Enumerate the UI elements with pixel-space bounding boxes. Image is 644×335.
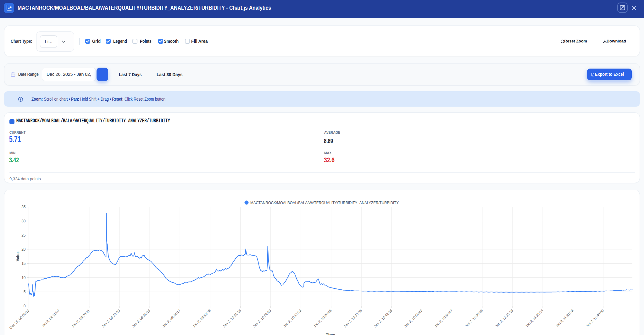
svg-text:10: 10 [21, 276, 26, 280]
svg-text:Jan 2, 10:58:47: Jan 2, 10:58:47 [434, 309, 453, 328]
svg-text:Jan 2, 11:23:34: Jan 2, 11:23:34 [525, 309, 544, 328]
svg-text:25: 25 [21, 233, 26, 237]
svg-text:Value: Value [16, 251, 20, 261]
svg-text:Jan 2, 10:33:55: Jan 2, 10:33:55 [343, 309, 363, 328]
svg-text:Jan 2, 10:17:23: Jan 2, 10:17:23 [283, 309, 302, 328]
svg-text:5: 5 [24, 290, 26, 294]
svg-text:Jan 2, 11:06:46: Jan 2, 11:06:46 [464, 309, 484, 328]
svg-text:Time: Time [326, 332, 335, 335]
svg-text:Jan 2, 09:11:57: Jan 2, 09:11:57 [41, 309, 60, 328]
svg-text:Jan 2, 10:42:18: Jan 2, 10:42:18 [373, 309, 393, 328]
svg-text:20: 20 [21, 247, 26, 252]
svg-text:Jan 2, 09:52:38: Jan 2, 09:52:38 [192, 309, 211, 328]
svg-text:MACTANROCK/MOALBOAL/BALA/WATER: MACTANROCK/MOALBOAL/BALA/WATERQUALITY/TU… [250, 200, 399, 205]
svg-text:15: 15 [21, 261, 26, 266]
svg-text:30: 30 [21, 219, 26, 223]
svg-text:Jan 2, 11:31:33: Jan 2, 11:31:33 [555, 309, 575, 328]
svg-text:Jan 2, 10:09:09: Jan 2, 10:09:09 [252, 309, 272, 328]
svg-text:Jan 2, 10:01:16: Jan 2, 10:01:16 [222, 309, 242, 328]
svg-text:Dec 26, 00:00:10: Dec 26, 00:00:10 [9, 309, 30, 330]
svg-text:Jan 2, 09:28:09: Jan 2, 09:28:09 [101, 309, 121, 328]
svg-text:Jan 2, 11:15:13: Jan 2, 11:15:13 [494, 309, 514, 328]
svg-text:Jan 2, 09:36:16: Jan 2, 09:36:16 [131, 309, 151, 328]
svg-text:35: 35 [21, 205, 26, 209]
svg-text:0: 0 [24, 304, 26, 308]
svg-text:Jan 2, 09:44:17: Jan 2, 09:44:17 [162, 309, 181, 328]
svg-text:Jan 2, 10:50:40: Jan 2, 10:50:40 [403, 309, 423, 328]
svg-text:Jan 2, 11:40:00: Jan 2, 11:40:00 [585, 309, 605, 328]
svg-text:Jan 2, 10:25:45: Jan 2, 10:25:45 [313, 309, 332, 328]
svg-text:Jan 2, 09:20:21: Jan 2, 09:20:21 [71, 309, 91, 328]
